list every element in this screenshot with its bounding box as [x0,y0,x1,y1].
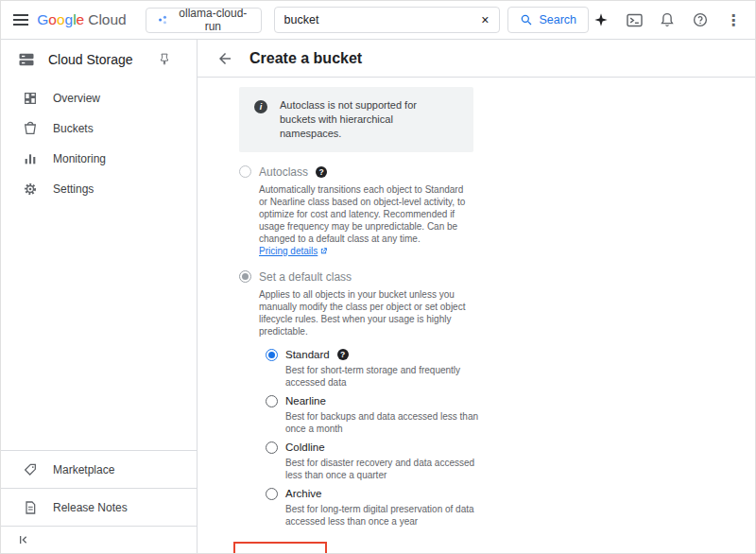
clear-search-icon[interactable]: × [474,10,495,29]
autoclass-label: Autoclass [259,165,308,179]
search-button[interactable]: Search [507,7,589,33]
notifications-bell-icon[interactable] [655,8,679,32]
page-header: Create a bucket [198,40,755,78]
autoclass-help-icon[interactable]: ? [316,166,327,178]
info-banner: i Autoclass is not supported for buckets… [239,87,473,152]
storage-class-list: Standard ? Best for short-term storage a… [266,349,755,528]
coldline-radio[interactable] [266,441,278,454]
form-content: i Autoclass is not supported for buckets… [198,78,755,553]
storage-class-coldline: Coldline Best for disaster recovery and … [266,441,755,481]
storage-class-archive: Archive Best for long-term digital prese… [266,488,755,528]
default-class-label: Set a default class [259,270,352,284]
search-input[interactable] [284,13,475,26]
sidebar-item-release-notes[interactable]: Release Notes [1,488,197,526]
gemini-sparkle-icon[interactable] [589,8,613,32]
sidebar-item-overview[interactable]: Overview [1,83,197,113]
project-icon [157,13,168,26]
default-class-radio [239,270,251,283]
sidebar-item-buckets[interactable]: Buckets [1,113,197,144]
sidebar-spacer [1,204,197,450]
google-logo-text: Google [37,11,84,28]
storage-class-nearline: Nearline Best for backups and data acces… [266,395,755,435]
standard-radio[interactable] [266,349,278,361]
bucket-icon [23,121,38,136]
help-icon[interactable] [688,8,713,32]
sidebar-item-monitoring[interactable]: Monitoring [1,144,197,174]
back-arrow-icon[interactable] [216,50,233,67]
cloud-storage-product-icon [17,50,36,69]
search-icon [520,13,533,26]
sidebar-header: Cloud Storage [1,40,197,79]
continue-button[interactable]: CONTINUE [236,545,324,553]
sidebar-item-marketplace[interactable]: Marketplace [1,450,197,488]
cloud-shell-icon[interactable] [622,8,646,32]
autoclass-description: Automatically transitions each object to… [259,183,471,257]
standard-help-icon[interactable]: ? [337,349,349,360]
project-name: ollama-cloud-run [176,7,250,33]
menu-icon[interactable] [7,4,35,36]
default-class-description: Applies to all objects in your bucket un… [259,288,471,338]
default-class-option: Set a default class Applies to all objec… [239,270,755,528]
main-panel: Create a bucket i Autoclass is not suppo… [198,40,755,553]
sidebar-nav: Overview Buckets Monitoring [1,79,197,204]
document-icon [23,500,38,515]
gear-icon [23,182,38,197]
pin-icon[interactable] [158,53,171,66]
autoclass-radio [239,165,251,178]
search-box: × [274,7,501,33]
project-selector[interactable]: ollama-cloud-run [146,8,262,33]
nearline-radio[interactable] [266,395,278,407]
pricing-details-link[interactable]: Pricing details [259,246,328,256]
cloud-logo-text: Cloud [88,11,127,28]
info-banner-text: Autoclass is not supported for buckets w… [280,98,442,141]
collapse-sidebar-icon[interactable] [16,532,31,547]
search-button-label: Search [539,13,576,26]
sidebar: Cloud Storage Overview [1,40,198,553]
info-icon: i [254,100,267,113]
app-window: Google Cloud ollama-cloud-run × Search [0,0,756,554]
sidebar-item-settings[interactable]: Settings [1,174,197,204]
topbar-actions: ⋮ [589,8,746,32]
google-cloud-logo[interactable]: Google Cloud [37,11,127,28]
sidebar-title: Cloud Storage [48,52,133,67]
storage-class-standard: Standard ? Best for short-term storage a… [266,349,755,389]
topbar: Google Cloud ollama-cloud-run × Search [1,1,755,40]
archive-radio[interactable] [266,488,278,500]
overview-icon [23,91,38,106]
sidebar-footer [1,526,197,553]
monitoring-icon [23,151,38,166]
external-link-icon [319,247,328,255]
page-title: Create a bucket [249,50,362,67]
marketplace-icon [23,462,38,477]
autoclass-option: Autoclass ? Automatically transitions ea… [239,165,755,257]
more-options-icon[interactable]: ⋮ [721,8,746,32]
annotation-highlight-box: CONTINUE [233,542,327,553]
